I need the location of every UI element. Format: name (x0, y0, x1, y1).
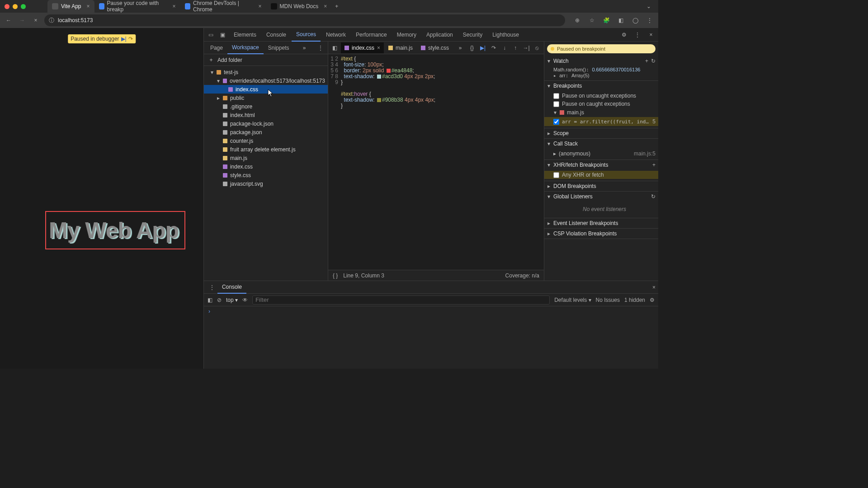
maximize-window-button[interactable] (21, 4, 26, 9)
tree-file[interactable]: javascript.svg (204, 179, 328, 188)
live-expression-icon[interactable]: 👁 (242, 297, 248, 303)
section-csp-breakpoints[interactable]: ▸CSP Violation Breakpoints (544, 229, 658, 239)
close-devtools-icon[interactable]: × (646, 32, 656, 38)
tree-folder-public[interactable]: ▸public (204, 94, 328, 102)
console-output[interactable]: › (204, 306, 658, 369)
deactivate-breakpoints-icon[interactable]: ⦸ (532, 45, 542, 51)
tree-file[interactable]: counter.js (204, 136, 328, 145)
clear-console-icon[interactable]: ⊘ (217, 297, 222, 303)
watch-expression[interactable]: Math.random(): 0.6656686370016136 (553, 67, 656, 73)
console-settings-icon[interactable]: ⚙ (650, 297, 655, 303)
any-xhr-checkbox[interactable]: Any XHR or fetch (544, 171, 658, 179)
editor-tab-style-css[interactable]: style.css (417, 42, 453, 53)
tree-file[interactable]: main.js (204, 154, 328, 162)
tab-lighthouse[interactable]: Lighthouse (488, 28, 524, 42)
pause-caught-checkbox[interactable]: Pause on caught exceptions (553, 100, 656, 108)
context-selector[interactable]: top ▾ (226, 297, 238, 303)
section-callstack[interactable]: ▾Call Stack (544, 139, 658, 149)
browser-tab[interactable]: MDN Web Docs × (266, 0, 332, 13)
subtab-snippets[interactable]: Snippets (264, 42, 294, 54)
add-xhr-icon[interactable]: + (652, 162, 656, 168)
address-bar[interactable]: ⓘ localhost:5173 (44, 14, 565, 26)
close-tab-icon[interactable]: × (377, 45, 380, 51)
section-global-listeners[interactable]: ▾Global Listeners↻ (544, 192, 658, 202)
chevron-down-icon[interactable]: ⌄ (644, 1, 654, 11)
close-tab-icon[interactable]: × (172, 3, 175, 9)
tree-file[interactable]: index.css (204, 162, 328, 171)
section-dom-breakpoints[interactable]: ▸DOM Breakpoints (544, 181, 658, 191)
tree-file[interactable]: package.json (204, 128, 328, 136)
editor-tab-main-js[interactable]: main.js (385, 42, 416, 53)
tab-performance[interactable]: Performance (351, 28, 392, 42)
step-over-icon[interactable]: ↷ (489, 45, 499, 51)
extensions-icon[interactable]: 🧩 (601, 15, 611, 25)
log-levels-selector[interactable]: Default levels ▾ (554, 297, 591, 303)
site-info-icon[interactable]: ⓘ (49, 17, 54, 24)
breakpoint-line[interactable]: arr = arr.filter((fruit, ind…5 (544, 117, 658, 126)
browser-tab[interactable]: Pause your code with breakp × (94, 0, 180, 13)
code-text[interactable]: #text { font-size: 100px; border: 2px so… (341, 54, 544, 270)
more-subtabs-icon[interactable]: » (300, 45, 309, 51)
resume-script-icon[interactable]: ▶| (478, 45, 488, 51)
hidden-count[interactable]: 1 hidden (624, 297, 645, 303)
format-icon[interactable]: { } (333, 272, 338, 279)
watch-expression[interactable]: ▸ arr: Array(5) (553, 73, 656, 79)
tree-file-index-css[interactable]: index.css (204, 85, 328, 94)
sidepanel-icon[interactable]: ◧ (616, 15, 626, 25)
drawer-tab-console[interactable]: Console (217, 281, 246, 294)
add-folder-button[interactable]: ＋ Add folder (204, 54, 328, 66)
pretty-print-icon[interactable]: {} (467, 45, 477, 51)
step-icon[interactable]: ↷ (128, 36, 133, 42)
section-watch[interactable]: ▾Watch+↻ (544, 56, 658, 66)
drawer-menu-icon[interactable]: ⋮ (207, 284, 217, 291)
tree-folder-overrides[interactable]: ▾overrides/localhost:5173/localhost:5173 (204, 76, 328, 85)
menu-icon[interactable]: ⋮ (645, 15, 655, 25)
close-tab-icon[interactable]: × (258, 3, 261, 9)
section-event-listener-breakpoints[interactable]: ▸Event Listener Breakpoints (544, 218, 658, 228)
step-icon[interactable]: →| (521, 45, 531, 51)
browser-tab[interactable]: Chrome DevTools | Chrome × (180, 0, 266, 13)
subtab-workspace[interactable]: Workspace (227, 42, 264, 54)
minimize-window-button[interactable] (13, 4, 18, 9)
tab-sources[interactable]: Sources (292, 28, 321, 42)
close-drawer-icon[interactable]: × (652, 284, 656, 291)
close-tab-icon[interactable]: × (324, 3, 327, 9)
reload-button[interactable]: × (31, 15, 41, 25)
tree-file[interactable]: fruit array delete element.js (204, 145, 328, 154)
tab-console[interactable]: Console (262, 28, 291, 42)
browser-tab-active[interactable]: Vite App × (47, 0, 94, 13)
console-sidebar-icon[interactable]: ◧ (208, 297, 212, 303)
tree-file[interactable]: package-lock.json (204, 119, 328, 128)
close-tab-icon[interactable]: × (86, 3, 90, 9)
tree-folder-root[interactable]: ▾test-js (204, 68, 328, 76)
step-out-icon[interactable]: ↑ (510, 45, 520, 51)
add-watch-icon[interactable]: + (645, 58, 648, 64)
close-window-button[interactable] (5, 4, 9, 9)
more-icon[interactable]: ⋮ (632, 32, 643, 38)
step-into-icon[interactable]: ↓ (500, 45, 509, 51)
tab-network[interactable]: Network (321, 28, 350, 42)
issues-label[interactable]: No Issues (596, 297, 620, 303)
callstack-frame[interactable]: ▸(anonymous)main.js:5 (553, 150, 656, 158)
section-xhr-breakpoints[interactable]: ▾XHR/fetch Breakpoints+ (544, 160, 658, 170)
breakpoint-file[interactable]: ▾main.js (553, 108, 656, 117)
bookmark-icon[interactable]: ☆ (587, 15, 597, 25)
code-editor[interactable]: 1 2 3 4 5 6 7 8 9 #text { font-size: 100… (328, 54, 544, 270)
back-button[interactable]: ← (4, 15, 14, 25)
device-toolbar-icon[interactable]: ▣ (217, 32, 228, 38)
forward-button[interactable]: → (17, 15, 27, 25)
resume-icon[interactable]: ▶| (121, 36, 127, 42)
new-tab-button[interactable]: + (331, 0, 342, 13)
tab-elements[interactable]: Elements (229, 28, 261, 42)
tree-file[interactable]: style.css (204, 171, 328, 179)
tab-application[interactable]: Application (422, 28, 458, 42)
tree-file[interactable]: .gitignore (204, 102, 328, 111)
section-breakpoints[interactable]: ▾Breakpoints (544, 81, 658, 91)
zoom-icon[interactable]: ⊕ (572, 15, 582, 25)
tab-memory[interactable]: Memory (392, 28, 421, 42)
refresh-icon[interactable]: ↻ (651, 193, 656, 200)
inspect-element-icon[interactable]: ▭ (206, 32, 217, 38)
tab-security[interactable]: Security (458, 28, 487, 42)
pause-uncaught-checkbox[interactable]: Pause on uncaught exceptions (553, 92, 656, 100)
subtab-page[interactable]: Page (206, 42, 227, 54)
